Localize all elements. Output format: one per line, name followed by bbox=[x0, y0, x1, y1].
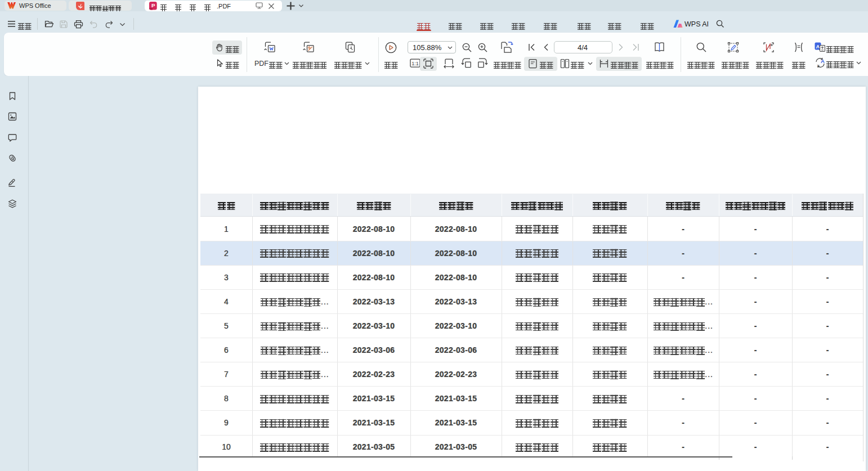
svg-text:A: A bbox=[821, 58, 825, 64]
svg-text:x: x bbox=[817, 63, 820, 68]
svg-text:1:1: 1:1 bbox=[411, 61, 419, 66]
svg-text:P: P bbox=[151, 2, 155, 8]
svg-text:A: A bbox=[816, 43, 820, 50]
